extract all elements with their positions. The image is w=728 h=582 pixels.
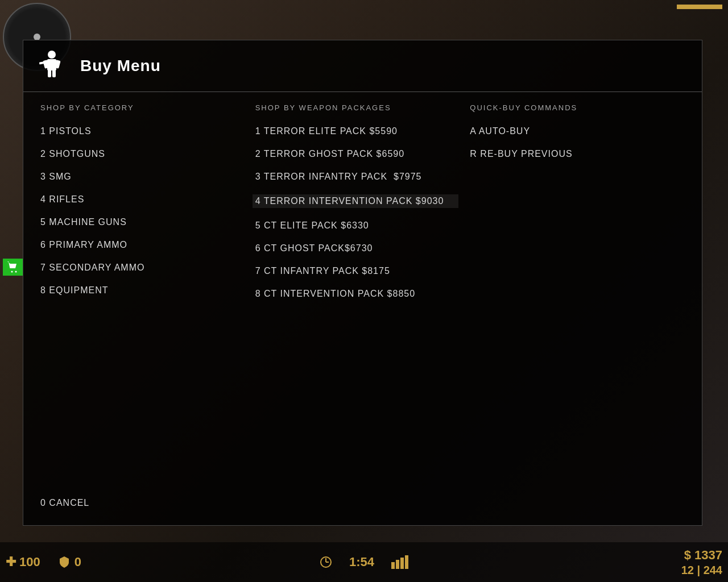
package-item-ct-infantry[interactable]: 7 CT INFANTRY PACK $8175	[255, 266, 459, 276]
shield-icon	[57, 555, 71, 569]
category-item-smg[interactable]: 3 SMG	[40, 172, 244, 182]
armor-value: 0	[75, 555, 81, 569]
hud-bottom-bar: ✚ 100 0 1:54 $ 1337 12 | 244	[0, 542, 728, 582]
svg-rect-6	[48, 69, 51, 77]
quickbuy-rebuy[interactable]: R RE-BUY PREVIOUS	[470, 149, 673, 159]
hud-armor-section: 0	[57, 555, 81, 569]
ammo-bar-1	[391, 562, 395, 569]
packages-column: SHOP BY WEAPON PACKAGES 1 TERROR ELITE P…	[255, 103, 470, 311]
package-item-ct-ghost[interactable]: 6 CT GHOST PACK$6730	[255, 243, 459, 253]
category-item-machine-guns[interactable]: 5 MACHINE GUNS	[40, 217, 244, 227]
buy-menu-panel: Buy Menu SHOP BY CATEGORY 1 PISTOLS 2 SH…	[23, 40, 702, 526]
hud-timer-section: 1:54	[320, 555, 408, 569]
hud-health-section: ✚ 100	[6, 555, 40, 569]
category-item-equipment[interactable]: 8 EQUIPMENT	[40, 285, 244, 296]
category-item-pistols[interactable]: 1 PISTOLS	[40, 126, 244, 136]
buy-menu-footer: 0 CANCEL	[40, 498, 89, 508]
svg-point-0	[11, 271, 13, 273]
svg-rect-7	[52, 69, 56, 77]
clock-icon	[320, 556, 332, 568]
package-item-terror-ghost[interactable]: 2 TERROR GHOST PACK $6590	[255, 149, 459, 159]
buy-menu-header: Buy Menu	[23, 40, 702, 92]
health-cross-icon: ✚	[6, 555, 16, 569]
package-item-ct-elite[interactable]: 5 CT ELITE PACK $6330	[255, 221, 459, 231]
buy-menu-title: Buy Menu	[80, 57, 161, 75]
ct-player-icon	[35, 49, 69, 83]
quickbuy-autobuy[interactable]: A AUTO-BUY	[470, 126, 673, 136]
svg-point-1	[15, 271, 16, 273]
package-item-ct-intervention[interactable]: 8 CT INTERVENTION PACK $8850	[255, 289, 459, 299]
package-item-terror-intervention[interactable]: 4 TERROR INTERVENTION PACK $9030	[253, 194, 459, 208]
quickbuy-column: QUICK-BUY COMMANDS A AUTO-BUY R RE-BUY P…	[470, 103, 685, 311]
ammo-reserve: 244	[704, 564, 722, 576]
ammo-divider: |	[697, 564, 700, 576]
category-header: SHOP BY CATEGORY	[40, 103, 244, 112]
packages-header: SHOP BY WEAPON PACKAGES	[255, 103, 459, 112]
category-item-shotguns[interactable]: 2 SHOTGUNS	[40, 149, 244, 159]
svg-point-2	[48, 51, 56, 59]
hud-money: $ 1337	[684, 548, 722, 563]
hud-ammo: 12 | 244	[681, 564, 722, 577]
category-item-rifles[interactable]: 4 RIFLES	[40, 194, 244, 205]
cart-svg	[6, 260, 20, 274]
top-bar-accent	[677, 5, 722, 9]
ammo-bar-3	[400, 558, 404, 569]
ammo-indicator	[391, 555, 408, 569]
health-value: 100	[19, 555, 40, 569]
package-item-terror-elite[interactable]: 1 TERROR ELITE PACK $5590	[255, 126, 459, 136]
cancel-button[interactable]: 0 CANCEL	[40, 498, 89, 508]
quickbuy-header: QUICK-BUY COMMANDS	[470, 103, 673, 112]
ammo-bar-4	[405, 555, 408, 569]
ammo-bar-2	[396, 560, 399, 569]
ammo-primary: 12	[681, 564, 694, 576]
timer-value: 1:54	[349, 555, 374, 569]
package-item-terror-infantry[interactable]: 3 TERROR INFANTRY PACK $7975	[255, 172, 459, 182]
buy-menu-content: SHOP BY CATEGORY 1 PISTOLS 2 SHOTGUNS 3 …	[23, 92, 702, 323]
category-item-secondary-ammo[interactable]: 7 SECONDARY AMMO	[40, 263, 244, 273]
hud-right-section: $ 1337 12 | 244	[681, 548, 722, 577]
category-item-primary-ammo[interactable]: 6 PRIMARY AMMO	[40, 240, 244, 250]
ct-svg	[35, 49, 69, 83]
category-column: SHOP BY CATEGORY 1 PISTOLS 2 SHOTGUNS 3 …	[40, 103, 255, 311]
cart-icon[interactable]	[3, 259, 23, 276]
